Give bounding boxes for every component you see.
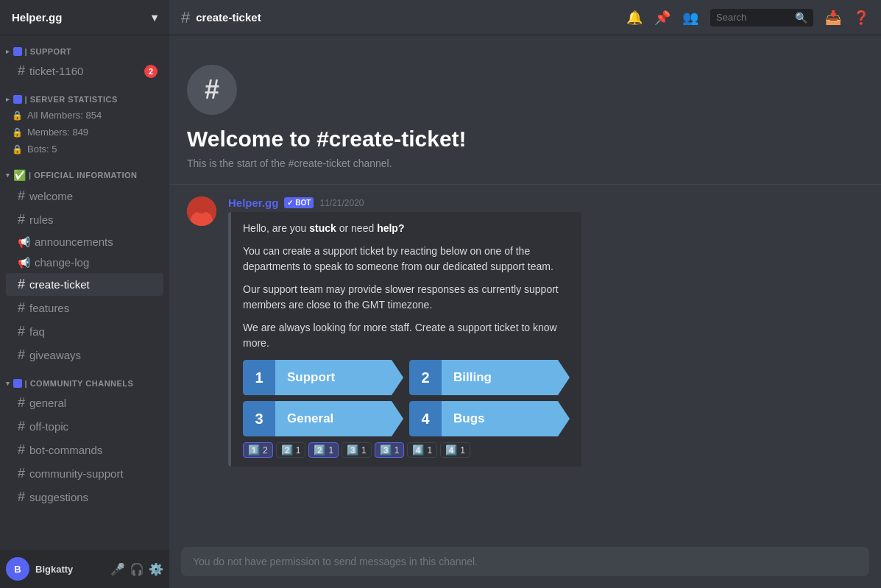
welcome-title: Welcome to #create-ticket!	[187, 127, 863, 152]
reaction-4b-inactive[interactable]: 4️⃣ 1	[440, 442, 470, 458]
hash-icon: #	[18, 188, 25, 204]
channel-label: general	[29, 397, 66, 409]
category-collapse-icon: ▾	[6, 380, 10, 387]
ticket-btn-support[interactable]: 1 Support	[243, 360, 403, 395]
channel-change-log[interactable]: 📢 change-log	[6, 252, 163, 272]
ticket-label-bugs: Bugs	[442, 401, 570, 436]
inbox-icon[interactable]: 📥	[825, 10, 841, 26]
server-name: Helper.gg	[12, 11, 62, 24]
channel-suggestions[interactable]: # suggestions	[6, 486, 163, 509]
channel-bot-commands[interactable]: # bot-commands	[6, 439, 163, 461]
channel-label: faq	[29, 325, 45, 338]
channel-label: rules	[29, 213, 54, 226]
hash-icon: #	[18, 277, 25, 292]
channel-community-support[interactable]: # community-support	[6, 462, 163, 485]
hash-icon: #	[18, 442, 25, 458]
stat-all-members: 🔒 All Members: 854	[0, 107, 169, 124]
channel-giveaways[interactable]: # giveaways	[6, 344, 163, 366]
megaphone-icon: 📢	[18, 236, 30, 248]
embed-line2: You can create a support ticket by react…	[243, 244, 570, 274]
ticket-btn-bugs[interactable]: 4 Bugs	[409, 401, 570, 436]
channel-create-ticket[interactable]: # create-ticket	[6, 273, 163, 296]
channel-features[interactable]: # features	[6, 297, 163, 319]
main-content: # create-ticket 🔔 📌 👥 🔍 📥 ❓ # Welcome to…	[169, 0, 881, 588]
microphone-icon[interactable]: 🎤	[110, 562, 125, 576]
reaction-3b-count: 1	[394, 445, 400, 456]
pin-icon[interactable]: 📌	[654, 10, 671, 26]
reaction-2-count: 1	[296, 445, 301, 456]
topbar-right-controls: 🔔 📌 👥 🔍 📥 ❓	[626, 9, 869, 26]
message-timestamp: 11/21/2020	[319, 198, 364, 208]
channel-label: features	[29, 302, 69, 314]
notification-bell-icon[interactable]: 🔔	[626, 10, 643, 26]
reaction-3-active[interactable]: 3️⃣ 1	[375, 442, 405, 458]
search-bar[interactable]: 🔍	[710, 9, 813, 26]
settings-icon[interactable]: ⚙️	[149, 562, 163, 576]
reaction-2b-emoji: 2️⃣	[314, 444, 325, 456]
channel-label: change-log	[35, 256, 89, 269]
search-input[interactable]	[716, 12, 789, 23]
members-icon[interactable]: 👥	[682, 10, 698, 26]
message-header: Helper.gg ✓ BOT 11/21/2020	[228, 196, 863, 209]
hash-icon: #	[18, 466, 25, 481]
hash-icon: #	[18, 212, 25, 227]
chat-input-bar: You do not have permission to send messa…	[169, 541, 881, 588]
category-server-statistics[interactable]: ▸ | SERVER STATISTICS	[0, 83, 169, 107]
reaction-2-emoji: 2️⃣	[281, 444, 293, 456]
channel-off-topic[interactable]: # off-topic	[6, 415, 163, 438]
reaction-2-inactive[interactable]: 2️⃣ 1	[276, 442, 306, 458]
ticket-num-3: 3	[243, 401, 275, 436]
reaction-1-count: 2	[263, 445, 268, 456]
reaction-1-active[interactable]: 1️⃣ 2	[243, 442, 273, 458]
hash-icon: #	[18, 300, 25, 316]
reaction-2b-count: 1	[328, 445, 333, 456]
category-server-statistics-label: | SERVER STATISTICS	[25, 95, 118, 104]
ticket-btn-billing[interactable]: 2 Billing	[409, 360, 570, 395]
reaction-2-active[interactable]: 2️⃣ 1	[308, 442, 339, 458]
lock-icon: 🔒	[12, 127, 23, 138]
channel-label: create-ticket	[29, 278, 90, 291]
channel-announcements[interactable]: 📢 announcements	[6, 232, 163, 252]
footer-controls: 🎤 🎧 ⚙️	[110, 562, 163, 576]
reaction-3b-emoji: 3️⃣	[380, 444, 392, 456]
bot-badge: ✓ BOT	[284, 197, 314, 208]
message-author-name: Helper.gg	[228, 196, 278, 209]
channel-rules[interactable]: # rules	[6, 208, 163, 231]
ticket-label-billing: Billing	[442, 360, 570, 395]
channel-welcome[interactable]: # welcome	[6, 185, 163, 208]
server-header[interactable]: Helper.gg ▾	[0, 0, 169, 35]
category-official-information-label: | OFFICIAL INFORMATION	[29, 171, 138, 180]
reaction-3-inactive[interactable]: 3️⃣ 1	[342, 442, 372, 458]
hash-icon: #	[18, 63, 25, 79]
ticket-label-support: Support	[275, 360, 403, 395]
ticket-buttons-grid: 1 Support 2 Billing 3 General	[243, 360, 570, 436]
channel-label: ticket-1160	[29, 65, 83, 77]
category-collapse-icon: ▾	[6, 171, 10, 179]
ticket-btn-general[interactable]: 3 General	[243, 401, 403, 436]
channel-label: welcome	[29, 190, 73, 202]
channel-general[interactable]: # general	[6, 392, 163, 414]
help-icon[interactable]: ❓	[853, 10, 869, 26]
stat-members: 🔒 Members: 849	[0, 124, 169, 141]
reaction-4-inactive[interactable]: 4️⃣ 1	[407, 442, 437, 458]
checkmark-icon: ✓	[287, 199, 293, 207]
embed-line1: Hello, are you stuck or need help?	[243, 221, 570, 236]
messages-list: Helper.gg ✓ BOT 11/21/2020 Hello, are yo…	[169, 185, 881, 541]
channel-label: suggestions	[29, 491, 88, 503]
hash-icon: #	[18, 347, 25, 363]
channel-faq[interactable]: # faq	[6, 320, 163, 343]
stat-all-members-label: All Members: 854	[27, 110, 102, 121]
category-support[interactable]: ▸ | SUPPORT	[0, 35, 169, 59]
chat-area: # Welcome to #create-ticket! This is the…	[169, 35, 881, 588]
channel-label: community-support	[29, 467, 124, 480]
megaphone-icon: 📢	[18, 257, 30, 269]
ticket-num-2: 2	[409, 360, 442, 395]
category-community-channels[interactable]: ▾ | COMMUNITY CHANNELS	[0, 367, 169, 391]
channel-label: off-topic	[29, 420, 68, 433]
channel-ticket-1160[interactable]: # ticket-1160 2	[6, 60, 163, 82]
headphone-icon[interactable]: 🎧	[130, 562, 144, 576]
category-official-information[interactable]: ▾ ✅ | OFFICIAL INFORMATION	[0, 157, 169, 184]
stat-members-label: Members: 849	[27, 127, 88, 138]
category-support-label: | SUPPORT	[25, 47, 72, 56]
avatar: B	[6, 557, 29, 581]
